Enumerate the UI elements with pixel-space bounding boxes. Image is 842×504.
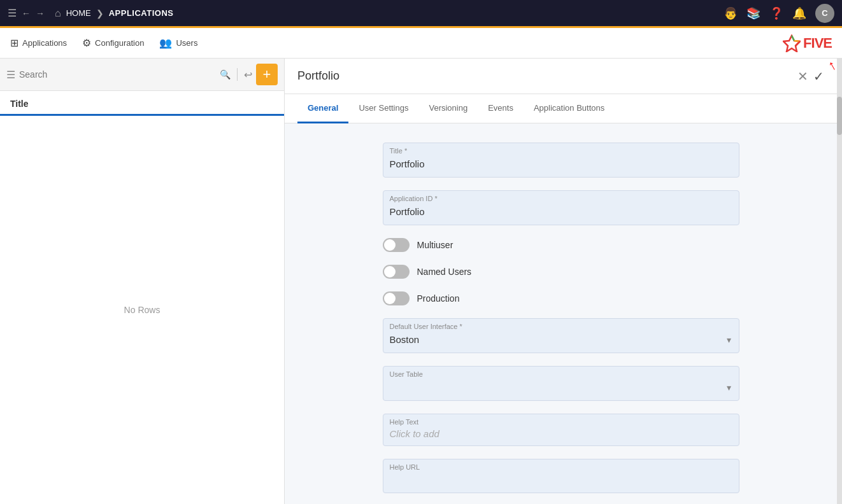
- help-url-label: Help URL: [390, 463, 732, 471]
- user-table-select[interactable]: [390, 381, 732, 394]
- title-field-box: Title *: [383, 143, 739, 178]
- multiuser-row: Multiuser: [383, 238, 739, 252]
- configuration-icon: ⚙: [82, 37, 91, 49]
- add-button[interactable]: +: [256, 64, 278, 85]
- applications-icon: ⊞: [10, 37, 18, 49]
- back-arrow-icon[interactable]: ←: [22, 8, 31, 18]
- help-text-value[interactable]: Click to add: [390, 428, 732, 439]
- multiuser-label: Multiuser: [417, 240, 453, 250]
- help-text-field-box: Help Text Click to add: [383, 414, 739, 446]
- confirm-button[interactable]: ✓: [813, 69, 824, 84]
- top-navigation: ☰ ← → ⌂ HOME ❯ APPLICATIONS 👨 📚 ❓ 🔔 C: [0, 0, 842, 28]
- named-users-row: Named Users: [383, 265, 739, 279]
- tab-user-settings[interactable]: User Settings: [348, 94, 418, 123]
- search-icon[interactable]: 🔍: [220, 69, 231, 80]
- multiuser-toggle[interactable]: [383, 238, 410, 252]
- named-users-label: Named Users: [417, 267, 472, 277]
- notification-icon[interactable]: 🔔: [792, 6, 806, 20]
- users-icon: 👥: [159, 37, 172, 49]
- application-id-field-group: Application ID *: [383, 190, 739, 225]
- application-id-field-box: Application ID *: [383, 190, 739, 225]
- default-ui-label: Default User Interface *: [390, 323, 732, 330]
- help-url-field-box: Help URL: [383, 459, 739, 493]
- chat-icon[interactable]: 👨: [724, 6, 738, 20]
- tab-versioning[interactable]: Versioning: [418, 94, 478, 123]
- panel-header: Portfolio ✕ ✓ ↑: [285, 59, 837, 94]
- users-label: Users: [176, 38, 197, 48]
- configuration-label: Configuration: [95, 38, 144, 48]
- application-id-input[interactable]: [390, 205, 732, 218]
- default-ui-select[interactable]: Boston: [390, 333, 732, 346]
- user-table-field-box: User Table: [383, 366, 739, 401]
- list-header-title: Title: [0, 91, 284, 116]
- hamburger-icon[interactable]: ☰: [8, 7, 17, 19]
- application-id-label: Application ID *: [390, 195, 732, 202]
- default-ui-field-group: Default User Interface * Boston: [383, 318, 739, 353]
- help-url-value[interactable]: [390, 473, 732, 486]
- right-scrollbar[interactable]: [837, 59, 842, 504]
- help-text-label: Help Text: [390, 418, 732, 426]
- avatar[interactable]: C: [815, 4, 834, 23]
- close-button[interactable]: ✕: [797, 69, 808, 84]
- forward-arrow-icon[interactable]: →: [36, 8, 45, 18]
- sidebar-item-users[interactable]: 👥 Users: [159, 34, 197, 52]
- sub-navigation: ⊞ Applications ⚙ Configuration 👥 Users F…: [0, 28, 842, 59]
- form-container: Title * Application ID * Multiuser: [383, 143, 739, 485]
- title-input[interactable]: [390, 157, 732, 171]
- title-label: Title *: [390, 147, 732, 155]
- breadcrumb-separator: ❯: [96, 8, 104, 18]
- default-ui-field-box: Default User Interface * Boston: [383, 318, 739, 353]
- applications-label: Applications: [22, 38, 67, 48]
- five-text: FIVE: [803, 35, 832, 52]
- confirm-area: ✓ ↑: [813, 69, 824, 84]
- main-content: ☰ 🔍 ↩ + Title No Rows Portfolio ✕ ✓ ↑ Ge…: [0, 59, 842, 504]
- title-field-group: Title *: [383, 143, 739, 178]
- panel-title: Portfolio: [297, 69, 339, 83]
- breadcrumb-applications: APPLICATIONS: [109, 8, 174, 18]
- sidebar-item-applications[interactable]: ⊞ Applications: [10, 34, 67, 52]
- sidebar-item-configuration[interactable]: ⚙ Configuration: [82, 34, 144, 52]
- tab-application-buttons[interactable]: Application Buttons: [524, 94, 615, 123]
- svg-line-1: [792, 36, 794, 41]
- production-label: Production: [417, 293, 460, 304]
- help-url-field-group: Help URL: [383, 459, 739, 493]
- top-nav-left: ☰ ← → ⌂ HOME ❯ APPLICATIONS: [8, 7, 174, 19]
- refresh-icon[interactable]: ↩: [244, 69, 252, 81]
- scrollbar-thumb[interactable]: [837, 97, 842, 135]
- panel-actions: ✕ ✓ ↑: [797, 69, 824, 84]
- help-text-field-group: Help Text Click to add: [383, 414, 739, 446]
- tabs-container: General User Settings Versioning Events …: [285, 94, 837, 123]
- form-area: Title * Application ID * Multiuser: [285, 123, 837, 504]
- sub-nav-left: ⊞ Applications ⚙ Configuration 👥 Users: [10, 34, 197, 52]
- tab-general[interactable]: General: [297, 94, 348, 123]
- books-icon[interactable]: 📚: [746, 6, 760, 20]
- filter-icon[interactable]: ☰: [6, 69, 15, 81]
- production-row: Production: [383, 291, 739, 305]
- help-icon[interactable]: ❓: [769, 6, 783, 20]
- home-icon: ⌂: [55, 8, 61, 19]
- top-nav-right: 👨 📚 ❓ 🔔 C: [724, 4, 834, 23]
- user-table-label: User Table: [390, 370, 732, 378]
- right-panel: Portfolio ✕ ✓ ↑ General User Settings Ve…: [285, 59, 837, 504]
- named-users-toggle[interactable]: [383, 265, 410, 279]
- home-label[interactable]: HOME: [66, 8, 91, 18]
- search-bar: ☰ 🔍 ↩ +: [0, 59, 284, 91]
- svg-line-3: [796, 41, 800, 46]
- search-input[interactable]: [19, 69, 216, 80]
- production-toggle[interactable]: [383, 291, 410, 305]
- five-logo-icon: [783, 34, 801, 52]
- divider: [237, 68, 238, 81]
- tab-events[interactable]: Events: [478, 94, 524, 123]
- no-rows-message: No Rows: [0, 116, 284, 504]
- left-panel: ☰ 🔍 ↩ + Title No Rows: [0, 59, 285, 504]
- user-table-field-group: User Table: [383, 366, 739, 401]
- arrow-indicator-icon: ↑: [825, 59, 837, 74]
- five-logo: FIVE: [783, 34, 832, 52]
